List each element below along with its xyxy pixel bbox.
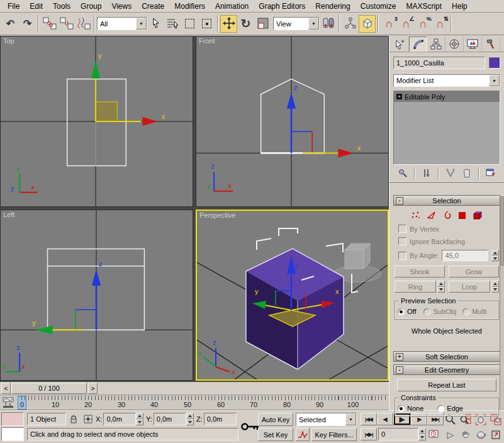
track-bar-ruler[interactable]: 0 10 20 30 40 50 60 70 80 90 100	[18, 395, 386, 410]
dropdown-arrow-icon[interactable]: ▼	[489, 75, 500, 86]
time-configuration-button[interactable]	[426, 428, 441, 440]
viewport-top[interactable]: Top y x y x z	[0, 36, 193, 207]
key-mode-toggle-button[interactable]: |◀▶|	[361, 428, 377, 440]
selection-rollout-header[interactable]: - Selection	[393, 195, 500, 206]
menu-group[interactable]: Group	[76, 1, 106, 12]
viewport-front[interactable]: Front z x z x y	[196, 36, 389, 207]
field-of-view-button[interactable]: ▷	[443, 427, 458, 442]
snap-3d-button[interactable]: ∩3	[381, 15, 398, 33]
snaps-toggle-button[interactable]	[359, 15, 376, 33]
collapse-icon[interactable]: -	[396, 366, 403, 374]
viewport-left[interactable]: Left z y z y x	[0, 210, 193, 381]
menu-graph-editors[interactable]: Graph Editors	[254, 1, 310, 12]
select-and-scale-button[interactable]	[254, 15, 271, 33]
by-angle-input[interactable]	[445, 252, 485, 259]
set-key-mode-button[interactable]	[296, 428, 310, 441]
dropdown-arrow-icon[interactable]: ▼	[308, 18, 319, 30]
angle-snap-button[interactable]: ∩∠	[398, 15, 415, 33]
remove-modifier-button[interactable]	[460, 167, 474, 179]
go-to-start-button[interactable]: |◀◀	[361, 413, 377, 425]
scrollbar-thumb[interactable]	[500, 196, 504, 266]
select-by-name-button[interactable]	[164, 15, 181, 33]
modifier-stack-item-editable-poly[interactable]: + Editable Poly	[394, 91, 500, 102]
frame-spinner[interactable]	[418, 428, 426, 440]
tab-motion[interactable]	[445, 36, 464, 52]
modifier-list-dropdown[interactable]: Modifier List ▼	[393, 74, 500, 87]
pan-button[interactable]	[458, 427, 473, 442]
object-color-swatch[interactable]	[489, 57, 500, 69]
dropdown-arrow-icon[interactable]: ▼	[345, 413, 356, 425]
shrink-button[interactable]: Shrink	[395, 266, 445, 278]
z-coordinate-input[interactable]	[207, 415, 233, 423]
element-subobject-button[interactable]	[473, 211, 483, 221]
arc-rotate-button[interactable]	[473, 427, 488, 442]
previous-frame-button[interactable]: ◀|	[377, 413, 393, 425]
rectangular-selection-region-button[interactable]	[181, 15, 198, 33]
menu-customize[interactable]: Customize	[356, 1, 401, 12]
show-end-result-button[interactable]	[420, 167, 434, 179]
ignore-backfacing-checkbox[interactable]	[398, 237, 406, 245]
viewport-front-label[interactable]: Front	[199, 37, 215, 45]
menu-file[interactable]: File	[3, 1, 25, 12]
undo-button[interactable]: ↶	[2, 15, 19, 33]
menu-rendering[interactable]: Rendering	[310, 1, 355, 12]
viewport-perspective[interactable]: Perspective	[196, 210, 389, 381]
loop-button[interactable]: Loop	[449, 281, 490, 293]
select-and-move-button[interactable]	[220, 15, 237, 33]
menu-maxscript[interactable]: MAXScript	[401, 1, 447, 12]
percent-snap-button[interactable]: ∩%	[415, 15, 432, 33]
spinner-snap-button[interactable]: ∩⇅	[432, 15, 449, 33]
constraints-none-radio[interactable]	[398, 405, 405, 412]
repeat-last-button[interactable]: Repeat Last	[397, 379, 496, 391]
by-angle-spinner[interactable]	[491, 250, 499, 261]
edge-subobject-button[interactable]	[427, 211, 437, 221]
current-frame-input[interactable]	[381, 430, 415, 438]
ring-spinner[interactable]	[437, 281, 445, 293]
vertex-subobject-button[interactable]	[411, 211, 420, 221]
object-name-input[interactable]	[396, 59, 482, 67]
grow-button[interactable]: Grow	[449, 266, 499, 278]
menu-edit[interactable]: Edit	[25, 1, 48, 12]
tab-hierarchy[interactable]	[427, 36, 445, 52]
polygon-subobject-button[interactable]	[458, 211, 466, 221]
collapse-icon[interactable]: -	[396, 197, 403, 205]
maxscript-mini-listener-pink[interactable]	[1, 412, 24, 426]
x-spinner[interactable]	[136, 413, 143, 425]
by-angle-checkbox[interactable]	[398, 252, 406, 260]
ring-button[interactable]: Ring	[395, 281, 436, 293]
preview-multi-radio[interactable]	[462, 308, 469, 315]
select-and-link-button[interactable]	[41, 15, 58, 33]
menu-help[interactable]: Help	[447, 1, 473, 12]
reference-coordinate-dropdown[interactable]: View ▼	[273, 17, 320, 30]
y-spinner[interactable]	[186, 413, 194, 425]
tab-modify[interactable]	[409, 36, 427, 52]
redo-button[interactable]: ↷	[19, 15, 36, 33]
loop-spinner[interactable]	[491, 281, 499, 293]
auto-key-button[interactable]: Auto Key	[258, 413, 293, 426]
by-vertex-checkbox[interactable]	[398, 225, 406, 233]
time-slider-next-button[interactable]: >	[88, 383, 98, 394]
tab-create[interactable]	[391, 36, 409, 52]
key-filters-button[interactable]: Key Filters...	[311, 428, 357, 441]
maxscript-mini-listener-white[interactable]	[1, 427, 24, 441]
border-subobject-button[interactable]	[443, 211, 452, 221]
key-filter-mode-dropdown[interactable]: Selected ▼	[296, 413, 357, 426]
unlink-selection-button[interactable]	[58, 15, 75, 33]
select-and-rotate-button[interactable]: ↻	[237, 15, 254, 33]
menu-create[interactable]: Create	[137, 1, 169, 12]
modifier-stack[interactable]: + Editable Poly	[393, 91, 500, 165]
expand-icon[interactable]: +	[396, 94, 402, 99]
soft-selection-rollout-header[interactable]: + Soft Selection	[393, 351, 500, 362]
time-slider-prev-button[interactable]: <	[1, 383, 11, 394]
menu-tools[interactable]: Tools	[48, 1, 76, 12]
preview-off-radio[interactable]	[398, 308, 405, 315]
set-key-button[interactable]: Set Key	[258, 428, 293, 441]
dropdown-arrow-icon[interactable]: ▼	[136, 18, 147, 30]
menu-animation[interactable]: Animation	[210, 1, 254, 12]
expand-icon[interactable]: +	[396, 353, 403, 361]
menu-views[interactable]: Views	[106, 1, 137, 12]
viewport-perspective-label[interactable]: Perspective	[199, 211, 235, 219]
maximize-viewport-toggle-button[interactable]	[488, 427, 503, 442]
viewport-top-label[interactable]: Top	[3, 37, 14, 45]
selection-filter-dropdown[interactable]: All ▼	[97, 17, 147, 30]
